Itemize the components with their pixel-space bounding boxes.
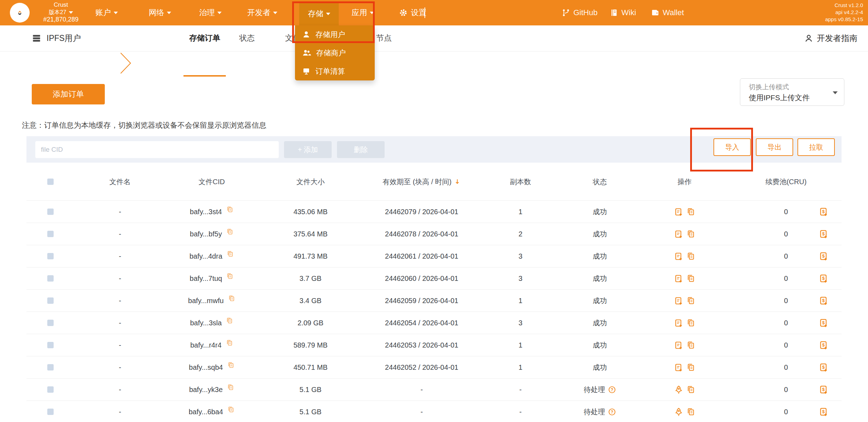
row-checkbox[interactable] <box>47 231 54 237</box>
copy-order-icon[interactable] <box>686 274 695 283</box>
nav-developer[interactable]: 开发者 <box>241 0 283 25</box>
copy-order-icon[interactable] <box>686 385 695 394</box>
file-cid-cell: bafy...bf5y <box>166 230 258 238</box>
menu-item-storage-user[interactable]: 存储用户 <box>295 25 375 44</box>
copy-order-icon[interactable] <box>686 407 695 416</box>
add-funds-icon[interactable] <box>819 274 828 283</box>
export-button[interactable]: 导出 <box>756 138 793 156</box>
copy-cid-icon[interactable] <box>226 317 233 324</box>
copy-order-icon[interactable] <box>686 363 695 372</box>
renew-order-icon[interactable] <box>674 274 683 283</box>
speed-up-icon[interactable] <box>674 385 683 394</box>
tab-nodes[interactable]: 节点 <box>372 25 396 51</box>
renew-order-icon[interactable] <box>674 363 683 372</box>
col-expires[interactable]: 有效期至 (块高 / 时间) <box>363 177 480 187</box>
status-text: 成功 <box>593 363 607 372</box>
crust-logo[interactable] <box>10 3 30 23</box>
copy-order-icon[interactable] <box>686 340 695 350</box>
nav-settings[interactable]: 设置 <box>392 0 433 25</box>
file-cid-text[interactable]: bafy...yk3e <box>189 386 223 394</box>
renew-order-icon[interactable] <box>674 296 683 306</box>
file-cid-text[interactable]: bafy...3st4 <box>190 208 222 216</box>
copy-cid-icon[interactable] <box>226 339 233 346</box>
nav-apps[interactable]: 应用 <box>345 0 380 25</box>
add-funds-icon[interactable] <box>819 340 828 350</box>
pool-value: 0 <box>784 363 788 372</box>
copy-cid-icon[interactable] <box>226 228 234 235</box>
help-icon[interactable] <box>608 386 616 394</box>
status-text: 成功 <box>593 207 607 217</box>
file-cid-text[interactable]: bafy...bf5y <box>190 230 222 238</box>
copy-order-icon[interactable] <box>686 252 695 261</box>
import-button[interactable]: 导入 <box>713 138 751 156</box>
copy-order-icon[interactable] <box>686 229 695 239</box>
github-link[interactable]: GitHub <box>562 0 597 25</box>
row-checkbox[interactable] <box>47 297 54 304</box>
add-funds-icon[interactable] <box>819 385 828 394</box>
sort-desc-icon[interactable] <box>454 178 461 185</box>
file-cid-text[interactable]: bafy...r4r4 <box>190 341 222 349</box>
renew-order-icon[interactable] <box>674 340 683 350</box>
add-funds-icon[interactable] <box>819 363 828 372</box>
copy-cid-icon[interactable] <box>227 361 235 369</box>
copy-cid-icon[interactable] <box>227 384 234 391</box>
row-checkbox[interactable] <box>47 209 54 215</box>
tab-storage-orders[interactable]: 存储订单 <box>183 25 226 51</box>
add-funds-icon[interactable] <box>819 229 828 239</box>
add-cid-button[interactable]: + 添加 <box>284 141 332 158</box>
col-file-cid: 文件CID <box>166 177 258 187</box>
chain-selector[interactable]: Crust 版本27 #21,870,289 <box>30 1 92 23</box>
file-cid-text[interactable]: bafy...6ba4 <box>189 408 223 416</box>
add-funds-icon[interactable] <box>819 207 828 217</box>
wallet-link[interactable]: Wallet <box>651 0 684 25</box>
file-cid-text[interactable]: bafy...3sla <box>190 319 222 327</box>
expires-cell: - <box>363 386 480 394</box>
row-checkbox[interactable] <box>47 386 54 393</box>
renew-order-icon[interactable] <box>674 252 683 261</box>
upload-mode-select[interactable]: 切换上传模式 使用IPFS上传文件 <box>740 78 844 106</box>
copy-order-icon[interactable] <box>686 296 695 305</box>
add-order-button[interactable]: 添加订单 <box>32 84 105 104</box>
pull-button[interactable]: 拉取 <box>797 138 835 156</box>
delete-cid-button[interactable]: 删除 <box>337 141 385 158</box>
file-cid-input[interactable] <box>35 141 279 158</box>
renew-order-icon[interactable] <box>674 207 683 217</box>
breadcrumb-separator-icon <box>119 52 133 74</box>
renew-order-icon[interactable] <box>674 318 683 328</box>
copy-cid-icon[interactable] <box>227 250 234 258</box>
wiki-link[interactable]: Wiki <box>610 0 636 25</box>
menu-item-storage-merchant[interactable]: 存储商户 <box>295 44 375 62</box>
add-funds-icon[interactable] <box>819 407 828 417</box>
file-cid-text[interactable]: bafy...mwfu <box>188 297 224 305</box>
copy-order-icon[interactable] <box>686 318 695 327</box>
actions-cell <box>639 252 730 261</box>
speed-up-icon[interactable] <box>674 407 683 417</box>
developer-guide-link[interactable]: 开发者指南 <box>804 25 857 51</box>
nav-storage[interactable]: 存储 <box>299 2 339 25</box>
row-checkbox[interactable] <box>47 409 54 415</box>
row-checkbox[interactable] <box>47 253 54 259</box>
row-checkbox[interactable] <box>47 275 54 282</box>
row-checkbox[interactable] <box>47 320 54 326</box>
copy-cid-icon[interactable] <box>228 295 235 302</box>
copy-cid-icon[interactable] <box>226 206 234 213</box>
help-icon[interactable] <box>608 408 616 416</box>
nav-accounts[interactable]: 账户 <box>89 0 124 25</box>
menu-item-order-settlement[interactable]: 订单清算 <box>295 62 375 80</box>
file-cid-text[interactable]: bafy...4dra <box>189 252 222 260</box>
tab-status[interactable]: 状态 <box>235 25 259 51</box>
select-all-checkbox[interactable] <box>47 179 54 185</box>
copy-cid-icon[interactable] <box>226 272 234 280</box>
nav-network[interactable]: 网络 <box>142 0 177 25</box>
copy-order-icon[interactable] <box>686 207 695 216</box>
file-cid-text[interactable]: bafy...sqb4 <box>189 363 223 372</box>
add-funds-icon[interactable] <box>819 296 828 306</box>
file-cid-text[interactable]: bafy...7tuq <box>190 275 222 283</box>
row-checkbox[interactable] <box>47 342 54 348</box>
add-funds-icon[interactable] <box>819 318 828 328</box>
nav-governance[interactable]: 治理 <box>193 0 228 25</box>
row-checkbox[interactable] <box>47 364 54 370</box>
copy-cid-icon[interactable] <box>227 406 235 413</box>
renew-order-icon[interactable] <box>674 229 683 239</box>
add-funds-icon[interactable] <box>819 252 828 261</box>
